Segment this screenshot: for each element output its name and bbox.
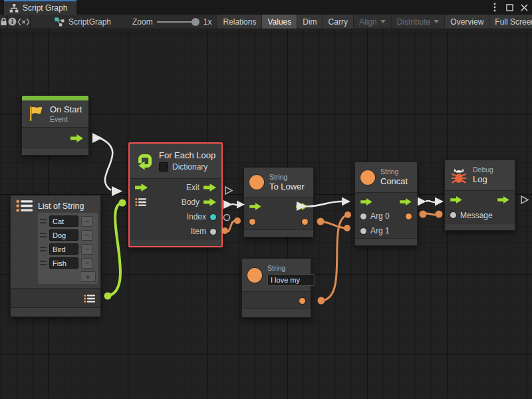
node-concat[interactable]: String Concat Arg 0 Arg 1 — [354, 162, 418, 246]
wire-onstart-to-foreach[interactable] — [92, 133, 122, 196]
drag-handle-icon[interactable] — [40, 219, 47, 223]
node-list-of-string[interactable]: List of String − − − — [10, 195, 101, 317]
flow-arrow-icon — [203, 198, 216, 206]
node-title: List of String — [38, 201, 84, 211]
tab-script-graph[interactable]: Script Graph — [4, 0, 76, 15]
port-arg0[interactable]: Arg 0 — [360, 211, 390, 221]
hierarchy-icon — [9, 4, 19, 13]
node-string-literal[interactable]: String — [241, 258, 311, 318]
graph-toolbar: ScriptGraph Zoom 1x Relations Values Dim… — [0, 15, 532, 29]
wire-list-to-foreach[interactable] — [104, 200, 126, 300]
wire-concat-to-message[interactable] — [420, 211, 443, 218]
remove-item-button[interactable]: − — [81, 258, 93, 269]
node-ports: Message — [445, 190, 515, 223]
values-button[interactable]: Values — [261, 15, 297, 29]
node-category: String — [269, 173, 305, 182]
node-category: Debug — [473, 166, 493, 174]
chevron-down-icon — [434, 20, 439, 23]
zoom-slider-knob[interactable] — [192, 18, 200, 26]
overview-button[interactable]: Overview — [444, 15, 489, 29]
port-message[interactable]: Message — [450, 211, 493, 220]
port-flow-in[interactable] — [450, 196, 462, 203]
close-button[interactable] — [519, 2, 529, 13]
zoom-slider[interactable] — [157, 15, 200, 29]
node-header[interactable]: On Start Event — [22, 100, 88, 127]
maximize-button[interactable] — [504, 2, 515, 13]
carry-button[interactable]: Carry — [323, 15, 353, 29]
node-to-lower[interactable]: String To Lower — [243, 167, 314, 237]
graph-canvas[interactable]: On Start Event List of String − — [0, 29, 532, 399]
port-flow-out[interactable] — [296, 203, 308, 210]
string-value-input[interactable] — [267, 274, 315, 286]
port-flow-in[interactable] — [249, 203, 261, 210]
distribute-dropdown[interactable]: Distribute — [391, 15, 445, 29]
dim-button[interactable]: Dim — [297, 15, 322, 29]
node-on-start[interactable]: On Start Event — [21, 95, 89, 156]
add-item-button[interactable]: + — [80, 271, 96, 282]
drag-handle-icon[interactable] — [40, 261, 47, 265]
align-dropdown[interactable]: Align — [353, 15, 391, 29]
wire-concat-to-log[interactable] — [418, 198, 444, 206]
node-title: For Each Loop — [159, 150, 215, 161]
wire-literal-to-arg0[interactable] — [318, 211, 352, 305]
port-flow-out[interactable] — [497, 196, 509, 203]
unconnected-exit-triangle[interactable] — [225, 187, 232, 194]
tab-title: Script Graph — [23, 3, 67, 13]
dictionary-checkbox[interactable] — [159, 162, 168, 172]
port-index[interactable]: Index — [187, 212, 216, 221]
port-list-out[interactable] — [84, 294, 95, 303]
wire-item-to-tolower[interactable] — [221, 217, 241, 234]
list-icon — [84, 294, 95, 303]
window-controls — [489, 0, 529, 15]
port-arg1[interactable]: Arg 1 — [360, 226, 390, 235]
window-menu-button[interactable] — [489, 2, 500, 13]
port-flow-in[interactable] — [360, 198, 372, 205]
list-item-input[interactable] — [49, 243, 78, 255]
graph-name: ScriptGraph — [68, 17, 111, 27]
node-for-each-loop[interactable]: For Each Loop Dictionary Exit Body — [128, 142, 223, 247]
relations-button[interactable]: Relations — [217, 15, 261, 29]
fullscreen-button[interactable]: Full Screen — [489, 15, 532, 29]
unconnected-log-exit-triangle[interactable] — [521, 196, 528, 203]
remove-item-button[interactable]: − — [81, 230, 93, 241]
port-collection-in[interactable] — [135, 198, 146, 207]
port-flow-out[interactable] — [70, 134, 83, 142]
node-debug-log[interactable]: Debug Log Message — [444, 160, 515, 231]
lock-button[interactable] — [0, 15, 8, 29]
wire-body-to-tolower[interactable] — [223, 200, 245, 209]
port-item[interactable]: Item — [191, 227, 216, 236]
list-item-input[interactable] — [49, 215, 78, 227]
node-header[interactable]: String Concat — [355, 162, 417, 192]
node-header[interactable]: List of String − − − — [11, 196, 100, 284]
list-item-input[interactable] — [49, 229, 78, 241]
remove-item-button[interactable]: − — [81, 216, 93, 227]
item-port-dot[interactable] — [210, 229, 216, 235]
bug-icon — [450, 167, 467, 184]
port-string-in[interactable] — [249, 219, 255, 225]
remove-item-button[interactable]: − — [81, 244, 93, 255]
inspect-button[interactable] — [8, 15, 17, 29]
wire-tolower-to-arg1[interactable] — [317, 218, 351, 232]
port-exit[interactable]: Exit — [186, 183, 216, 192]
chevron-down-icon — [380, 20, 386, 23]
port-string-out[interactable] — [299, 298, 305, 304]
port-body[interactable]: Body — [182, 198, 216, 207]
zoom-slider-track[interactable] — [157, 21, 194, 23]
unconnected-index-circle[interactable] — [224, 215, 230, 221]
list-item-input[interactable] — [49, 257, 78, 269]
drag-handle-icon[interactable] — [40, 233, 47, 237]
list-item: − — [40, 229, 96, 241]
port-string-out[interactable] — [302, 219, 308, 225]
node-header[interactable]: String — [242, 259, 311, 291]
node-header[interactable]: For Each Loop Dictionary — [130, 144, 221, 178]
node-header[interactable]: Debug Log — [445, 160, 515, 190]
node-header[interactable]: String To Lower — [244, 168, 313, 197]
list-icon — [16, 200, 33, 212]
port-flow-in[interactable] — [135, 184, 148, 192]
drag-handle-icon[interactable] — [40, 247, 47, 251]
index-port-dot[interactable] — [210, 214, 216, 220]
port-result-out[interactable] — [406, 213, 412, 219]
toolbar-buttons: Relations Values Dim Carry Align Distrib… — [217, 15, 532, 29]
port-flow-out[interactable] — [400, 198, 412, 205]
code-preview-button[interactable] — [17, 15, 31, 29]
